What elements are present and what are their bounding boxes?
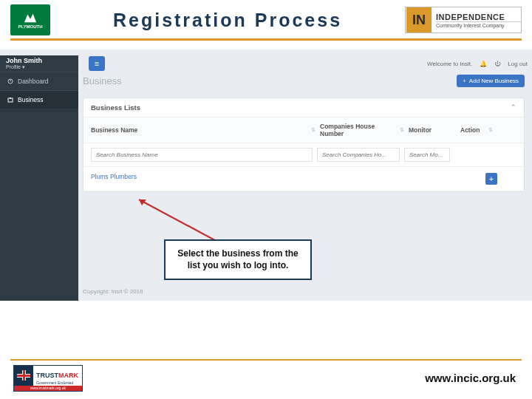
independence-line2: Community Interest Company	[436, 21, 521, 28]
sort-icon[interactable]: ⇅	[488, 127, 493, 133]
footer-rule	[10, 359, 522, 361]
footer-site-url: www.incic.org.uk	[425, 372, 516, 384]
col-companies-house[interactable]: Companies House Number	[320, 123, 400, 137]
table-search-row	[83, 143, 524, 167]
add-business-label: Add New Business	[469, 78, 519, 84]
sidebar-item-label: Dashboard	[18, 78, 49, 85]
profile-dropdown[interactable]: Profile ▾	[6, 64, 72, 70]
business-lists-panel: Business Lists ⌃ Business Name⇅ Companie…	[83, 98, 525, 192]
col-action[interactable]: Action	[460, 126, 480, 134]
col-business-name[interactable]: Business Name	[91, 126, 137, 134]
dashboard-icon	[7, 78, 13, 84]
power-icon[interactable]: ⏻	[494, 61, 500, 67]
search-business-name-input[interactable]	[91, 148, 313, 162]
add-business-button[interactable]: + Add New Business	[457, 75, 525, 87]
hamburger-icon: ≡	[95, 59, 99, 68]
svg-rect-2	[10, 98, 11, 99]
companies-house-cell	[320, 173, 409, 185]
independence-line1: INDEPENDENCE	[436, 13, 521, 21]
logout-link[interactable]: Log out	[508, 61, 528, 67]
sidebar-user-block[interactable]: John Smith Profile ▾	[0, 55, 78, 72]
sidebar: Dashboard Business	[0, 72, 78, 301]
monitor-cell	[409, 173, 460, 185]
plymouth-logo-label: PLYMOUTH	[18, 24, 42, 29]
trustmark-url: www.trustmark.org.uk	[14, 386, 82, 391]
panel-title: Business Lists	[91, 103, 140, 112]
menu-toggle-button[interactable]: ≡	[89, 56, 105, 71]
breadcrumb: Business	[83, 75, 122, 86]
table-header: Business Name⇅ Companies House Number⇅ M…	[83, 117, 524, 143]
independence-logo: IN INDEPENDENCE Community Interest Compa…	[405, 7, 522, 33]
plymouth-logo: PLYMOUTH	[10, 4, 50, 35]
svg-rect-1	[8, 98, 13, 102]
in-mark: IN	[406, 7, 432, 33]
trustmark-word2: MARK	[58, 372, 78, 379]
copyright-text: Copyright: Insit © 2018	[83, 288, 143, 295]
search-monitor-input[interactable]	[404, 148, 450, 162]
trustmark-word1: TRUST	[36, 372, 58, 379]
sidebar-item-business[interactable]: Business	[0, 90, 78, 109]
sidebar-item-dashboard[interactable]: Dashboard	[0, 72, 78, 90]
collapse-icon[interactable]: ⌃	[511, 103, 516, 112]
annotation-callout: Select the business from the list you wi…	[164, 239, 312, 280]
col-monitor[interactable]: Monitor	[409, 126, 432, 134]
sort-icon[interactable]: ⇅	[400, 127, 404, 133]
business-icon	[7, 97, 13, 103]
row-action-button[interactable]: +	[485, 173, 497, 185]
plus-icon: +	[463, 78, 466, 84]
business-name-link[interactable]: Plums Plumbers	[91, 173, 320, 185]
welcome-text: Welcome to Insit.	[427, 61, 472, 67]
search-companies-house-input[interactable]	[317, 148, 400, 162]
plus-icon: +	[489, 175, 494, 183]
header-rule	[10, 38, 522, 41]
bell-icon[interactable]: 🔔	[480, 61, 487, 67]
sort-icon[interactable]: ⇅	[311, 127, 316, 133]
trustmark-logo: TRUSTMARK Government Endorsed Standards …	[13, 365, 83, 392]
table-row: Plums Plumbers +	[83, 167, 524, 191]
sidebar-item-label: Business	[18, 96, 44, 103]
user-name: John Smith	[6, 57, 72, 64]
page-title: Registration Process	[50, 10, 405, 31]
